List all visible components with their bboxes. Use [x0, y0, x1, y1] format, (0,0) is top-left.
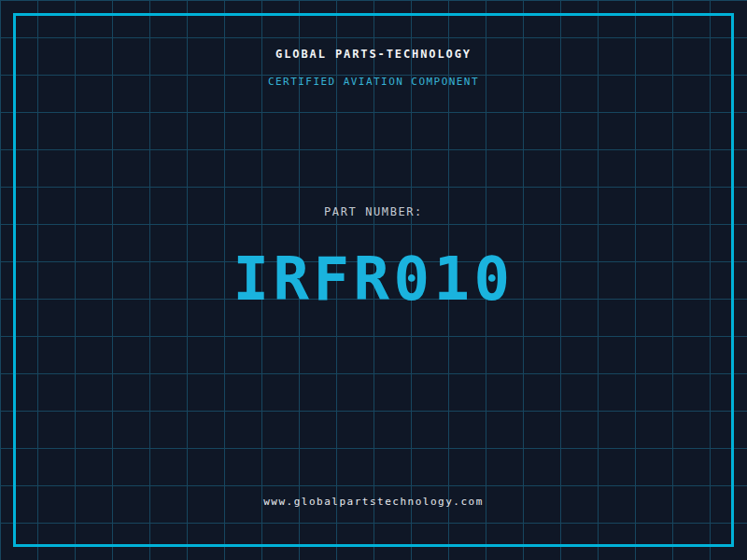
blueprint-placeholder-canvas: GLOBAL PARTS-TECHNOLOGY CERTIFIED AVIATI… [0, 0, 747, 560]
company-name: GLOBAL PARTS-TECHNOLOGY [0, 47, 747, 62]
certification-tagline: CERTIFIED AVIATION COMPONENT [0, 76, 747, 89]
part-number-label: PART NUMBER: [0, 205, 747, 218]
part-number-value: IRFR010 [0, 246, 747, 312]
website-url: www.globalpartstechnology.com [0, 496, 747, 509]
